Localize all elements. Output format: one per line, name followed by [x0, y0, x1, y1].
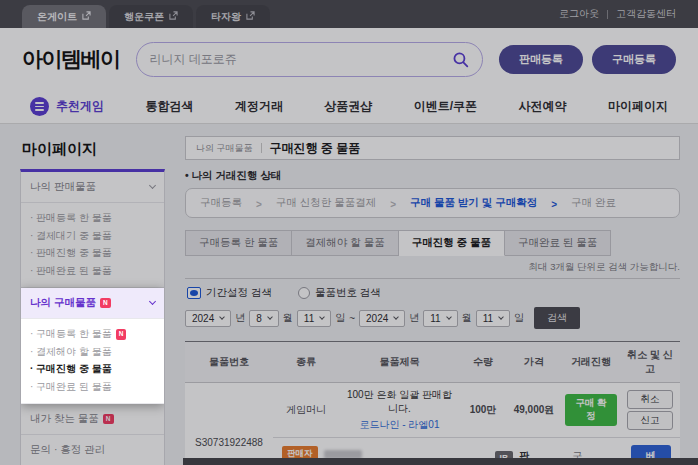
itembay-page: 온게이트 행운쿠폰 타자왕 로그아웃 고객감동센터 아이템베이 판매등록: [0, 0, 698, 465]
sidebar-item-purchase-completed[interactable]: 구매완료 된 물품: [30, 378, 155, 396]
section-label: 나의 구매물품: [30, 296, 96, 310]
sidebar-section-my-purchases-highlighted: 나의 구매물품 N 구매등록 한 물품N 결제해야 할 물품 구매진행 중 물품…: [21, 288, 164, 404]
sidebar-item-to-pay[interactable]: 결제해야 할 물품: [30, 343, 155, 361]
sidebar-purchases-list: 구매등록 한 물품N 결제해야 할 물품 구매진행 중 물품 구매완료 된 물품: [21, 319, 164, 404]
sidebar-item-purchase-registered[interactable]: 구매등록 한 물품N: [30, 325, 155, 343]
new-badge: N: [100, 298, 111, 309]
sidebar-header-my-purchases[interactable]: 나의 구매물품 N: [21, 288, 164, 319]
new-badge: N: [116, 329, 127, 340]
chevron-down-icon: [149, 298, 156, 305]
sidebar-item-purchase-in-progress-current[interactable]: 구매진행 중 물품: [30, 360, 155, 378]
